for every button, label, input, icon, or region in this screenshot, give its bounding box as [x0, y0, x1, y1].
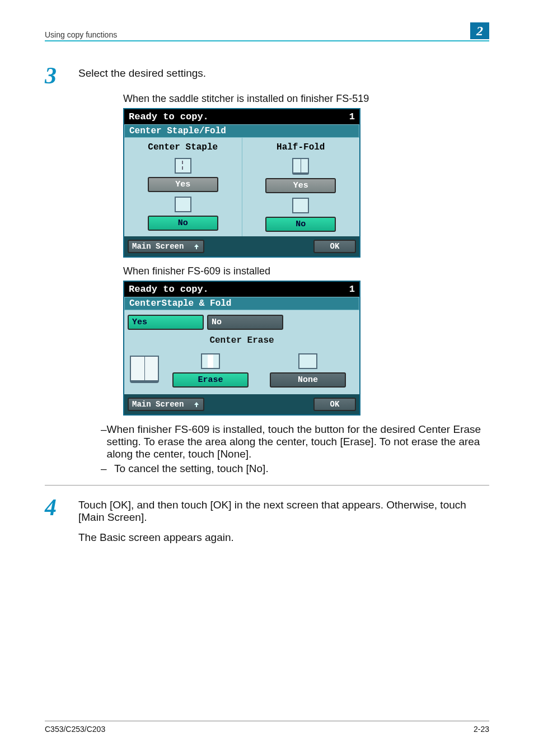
center-staple-no-button[interactable]: No — [148, 216, 218, 231]
erase-column: Erase — [165, 350, 256, 389]
up-arrow-icon — [193, 242, 200, 251]
none-button[interactable]: None — [270, 372, 346, 388]
screen-footer: Main Screen OK — [124, 394, 359, 414]
screen-title: CenterStaple & Fold — [124, 297, 359, 310]
page-footer: C353/C253/C203 2-23 — [45, 721, 489, 734]
step-separator — [45, 485, 489, 486]
centerstaple-no-button[interactable]: No — [207, 315, 283, 330]
caption-fs609: When finisher FS-609 is installed — [123, 265, 489, 277]
lcd-screen-fs609: Ready to copy. 1 CenterStaple & Fold Yes… — [123, 281, 360, 416]
status-bar: Ready to copy. 1 — [124, 109, 359, 124]
step-text: Select the desired settings. — [78, 64, 489, 80]
half-fold-no-button[interactable]: No — [265, 217, 336, 232]
step-number: 3 — [45, 64, 78, 87]
main-screen-label: Main Screen — [132, 242, 184, 251]
centerstaple-yes-button[interactable]: Yes — [128, 315, 204, 330]
status-text: Ready to copy. — [129, 111, 209, 122]
note-erase: When finisher FS-609 is installed, touch… — [107, 423, 489, 460]
copy-count: 1 — [349, 111, 355, 122]
ok-button[interactable]: OK — [313, 240, 356, 253]
main-screen-button[interactable]: Main Screen — [128, 398, 204, 411]
book-icon — [292, 158, 309, 175]
page-number: 2-23 — [474, 725, 489, 734]
blank-icon — [292, 198, 309, 213]
status-bar: Ready to copy. 1 — [124, 282, 359, 297]
step-3: 3 Select the desired settings. — [45, 64, 489, 87]
main-screen-button[interactable]: Main Screen — [128, 240, 204, 253]
status-text: Ready to copy. — [129, 284, 209, 295]
screen-title: Center Staple/Fold — [124, 124, 359, 138]
lcd-screen-fs519: Ready to copy. 1 Center Staple/Fold Cent… — [123, 108, 360, 258]
up-arrow-icon — [193, 400, 200, 409]
erase-button[interactable]: Erase — [172, 372, 249, 388]
half-fold-column: Half-Fold Yes No — [242, 138, 360, 236]
booklet-icon — [130, 356, 159, 383]
note-cancel: To cancel the setting, touch [No]. — [114, 463, 269, 475]
half-fold-heading: Half-Fold — [242, 140, 360, 155]
erase-icon — [201, 353, 220, 369]
step-number: 4 — [45, 496, 78, 519]
center-staple-yes-button[interactable]: Yes — [148, 177, 218, 192]
copy-count: 1 — [349, 284, 355, 295]
staple-icon — [175, 158, 191, 174]
half-fold-yes-button[interactable]: Yes — [265, 178, 336, 193]
section-title: Using copy functions — [45, 30, 117, 39]
center-staple-column: Center Staple Yes No — [124, 138, 242, 236]
center-staple-heading: Center Staple — [124, 140, 242, 155]
page-header: Using copy functions 2 — [45, 22, 489, 41]
step-4: 4 Touch [OK], and then touch [OK] in the… — [45, 496, 489, 554]
main-screen-label: Main Screen — [132, 400, 184, 409]
caption-fs519: When the saddle stitcher is installed on… — [123, 93, 489, 105]
none-column: None — [262, 350, 354, 389]
model-label: C353/C253/C203 — [45, 725, 105, 734]
ok-button[interactable]: OK — [313, 398, 356, 411]
chapter-number-badge: 2 — [470, 22, 489, 39]
step-text: Touch [OK], and then touch [OK] in the n… — [78, 499, 489, 524]
bullet-dash: – — [101, 423, 107, 460]
screen-footer: Main Screen OK — [124, 236, 359, 256]
step-result: The Basic screen appears again. — [78, 531, 489, 544]
none-icon — [298, 353, 317, 369]
bullet-dash: – — [101, 463, 114, 475]
step3-notes: – When finisher FS-609 is installed, tou… — [101, 423, 489, 475]
center-erase-heading: Center Erase — [124, 334, 359, 349]
blank-icon — [175, 197, 191, 212]
